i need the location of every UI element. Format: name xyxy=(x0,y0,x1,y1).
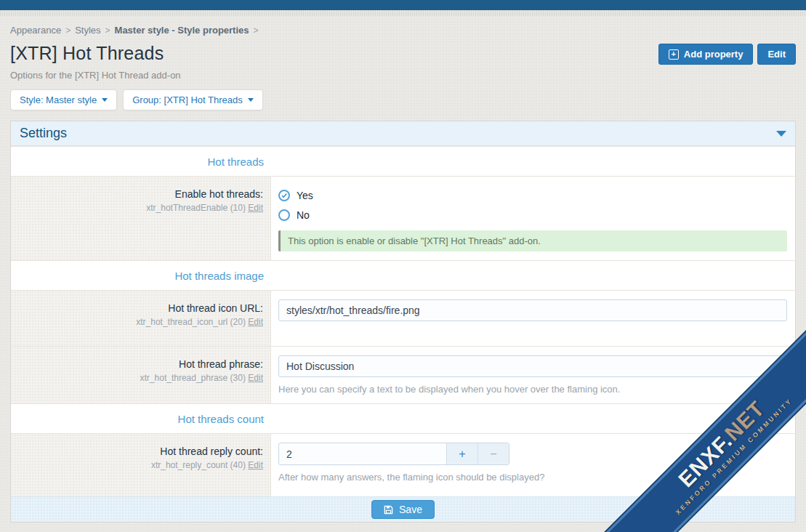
field-edit-link[interactable]: Edit xyxy=(248,460,263,470)
radio-unchecked-icon xyxy=(278,209,290,221)
radio-no-label: No xyxy=(297,209,310,221)
field-hint: After how many answers, the flaming icon… xyxy=(278,472,786,483)
chevron-down-icon xyxy=(248,98,254,102)
breadcrumb-separator: > xyxy=(254,25,259,36)
icon-url-input[interactable] xyxy=(278,299,787,321)
edit-button-label: Edit xyxy=(767,49,786,60)
field-hint: Here you can specify a text to be displa… xyxy=(278,384,787,395)
field-meta-name: xtr_hot_reply_count (40) xyxy=(151,460,246,470)
field-meta: xtr_hot_thread_icon_url (20) Edit xyxy=(18,317,263,327)
content-cell: Here you can specify a text to be displa… xyxy=(271,347,796,403)
field-meta-name: xtr_hotThreadEnable (10) xyxy=(146,203,246,213)
add-property-label: Add property xyxy=(684,49,743,60)
chevron-down-icon xyxy=(102,98,108,102)
breadcrumb-separator: > xyxy=(105,25,110,36)
section-title-hot-threads: Hot threads xyxy=(11,156,271,168)
field-edit-link[interactable]: Edit xyxy=(248,373,263,383)
save-bar: Save xyxy=(11,496,795,522)
edit-button[interactable]: Edit xyxy=(757,44,796,65)
breadcrumb-current[interactable]: Master style - Style properties xyxy=(115,25,249,36)
reply-count-input[interactable] xyxy=(279,443,446,464)
form-row-icon-url: Hot thread icon URL: xtr_hot_thread_icon… xyxy=(11,290,795,346)
breadcrumb-appearance[interactable]: Appearance xyxy=(10,25,61,36)
group-filter-label: Group: [XTR] Hot Threads xyxy=(132,94,243,105)
radio-checked-icon xyxy=(278,190,290,201)
page-subtitle: Options for the [XTR] Hot Thread add-on xyxy=(10,70,796,81)
settings-panel: Settings Hot threads Enable hot threads:… xyxy=(10,121,796,523)
section-row-hot-threads-image: Hot threads image xyxy=(11,260,795,290)
breadcrumb-separator: > xyxy=(65,25,70,36)
field-meta-name: xtr_hot_thread_phrase (30) xyxy=(140,373,246,383)
field-meta: xtr_hot_thread_phrase (30) Edit xyxy=(18,373,263,383)
settings-title: Settings xyxy=(20,126,67,141)
content-cell xyxy=(271,291,796,346)
filter-bar: Style: Master style Group: [XTR] Hot Thr… xyxy=(10,89,796,110)
field-meta-name: xtr_hot_thread_icon_url (20) xyxy=(136,317,246,327)
breadcrumb: Appearance > Styles > Master style - Sty… xyxy=(10,25,796,36)
settings-panel-header[interactable]: Settings xyxy=(11,121,795,146)
phrase-input[interactable] xyxy=(278,355,787,377)
field-label: Hot thread reply count: xyxy=(18,446,263,457)
section-row-hot-threads: Hot threads xyxy=(11,146,795,176)
style-filter-label: Style: Master style xyxy=(20,94,97,105)
increment-button[interactable]: + xyxy=(446,443,477,464)
field-edit-link[interactable]: Edit xyxy=(248,203,263,213)
collapse-arrow-icon[interactable] xyxy=(776,131,786,137)
plus-box-icon: + xyxy=(669,49,679,60)
label-cell: Hot thread reply count: xtr_hot_reply_co… xyxy=(11,434,271,496)
style-filter-dropdown[interactable]: Style: Master style xyxy=(10,89,117,110)
section-title-hot-threads-count: Hot threads count xyxy=(11,413,271,425)
field-meta: xtr_hot_reply_count (40) Edit xyxy=(18,460,263,470)
form-row-reply-count: Hot thread reply count: xtr_hot_reply_co… xyxy=(11,433,795,496)
section-row-hot-threads-count: Hot threads count xyxy=(11,403,795,433)
label-cell: Hot thread icon URL: xtr_hot_thread_icon… xyxy=(11,291,271,346)
save-button[interactable]: Save xyxy=(371,500,435,519)
label-cell: Hot thread phrase: xtr_hot_thread_phrase… xyxy=(11,347,271,403)
radio-yes-label: Yes xyxy=(297,190,313,201)
save-button-label: Save xyxy=(399,504,422,515)
decrement-button[interactable]: − xyxy=(477,443,509,464)
option-explain-box: This option is enable or disable "[XTR] … xyxy=(278,230,787,251)
field-edit-link[interactable]: Edit xyxy=(248,317,263,327)
add-property-button[interactable]: + Add property xyxy=(658,44,754,65)
breadcrumb-styles[interactable]: Styles xyxy=(75,25,100,36)
group-filter-dropdown[interactable]: Group: [XTR] Hot Threads xyxy=(123,89,263,110)
content-cell: + − After how many answers, the flaming … xyxy=(271,434,795,496)
reply-count-stepper: + − xyxy=(278,443,509,465)
field-label: Enable hot threads: xyxy=(18,188,263,200)
top-texture-strip xyxy=(0,10,806,16)
floppy-save-icon xyxy=(384,505,393,515)
plus-glyph: + xyxy=(672,50,676,58)
field-meta: xtr_hotThreadEnable (10) Edit xyxy=(18,203,263,213)
admin-top-bar xyxy=(0,0,806,10)
label-cell: Enable hot threads: xtr_hotThreadEnable … xyxy=(11,177,271,260)
form-row-phrase: Hot thread phrase: xtr_hot_thread_phrase… xyxy=(11,346,795,403)
radio-yes[interactable]: Yes xyxy=(278,185,787,205)
form-row-enable-hot-threads: Enable hot threads: xtr_hotThreadEnable … xyxy=(11,176,795,260)
radio-no[interactable]: No xyxy=(278,205,787,225)
field-label: Hot thread phrase: xyxy=(18,358,263,370)
field-label: Hot thread icon URL: xyxy=(18,302,263,314)
content-cell: Yes No This option is enable or disable … xyxy=(271,177,796,260)
section-title-hot-threads-image: Hot threads image xyxy=(11,270,271,282)
